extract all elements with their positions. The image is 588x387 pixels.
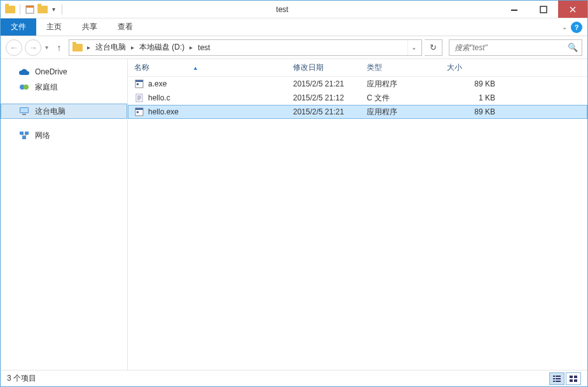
sidebar-item-network[interactable]: 网络 [1, 128, 127, 143]
column-header-label: 名称 [134, 62, 149, 73]
svg-rect-12 [25, 132, 29, 135]
file-size: 1 KB [447, 93, 495, 102]
search-input[interactable] [453, 43, 568, 53]
c-file-icon [134, 93, 144, 103]
file-size: 89 KB [447, 107, 495, 116]
file-row[interactable]: a.exe 2015/2/5 21:21 应用程序 89 KB [128, 77, 587, 91]
svg-rect-36 [574, 379, 577, 382]
refresh-button[interactable]: ↻ [425, 39, 442, 56]
nav-bar: ← → ▾ ↑ ▸ 这台电脑 ▸ 本地磁盘 (D:) ▸ test ⌄ ↻ 🔍 [1, 36, 587, 59]
search-box[interactable]: 🔍 [449, 39, 582, 56]
exe-file-icon [134, 107, 144, 117]
breadcrumb-sep-icon[interactable]: ▸ [186, 44, 196, 51]
svg-rect-32 [556, 381, 561, 382]
svg-line-15 [24, 135, 27, 136]
sidebar-item-label: 家庭组 [35, 82, 58, 93]
window-title: test [65, 5, 500, 14]
column-header-type[interactable]: 类型 [367, 62, 447, 73]
svg-rect-33 [570, 376, 573, 378]
nav-up-button[interactable]: ↑ [52, 41, 66, 55]
breadcrumb-sep-icon[interactable]: ▸ [127, 44, 138, 51]
minimize-button[interactable] [500, 1, 529, 18]
file-row[interactable]: hello.exe 2015/2/5 21:21 应用程序 89 KB [128, 105, 587, 119]
nav-back-button[interactable]: ← [6, 39, 22, 56]
view-details-button[interactable] [549, 372, 564, 385]
sidebar-item-thispc[interactable]: 这台电脑 [1, 104, 127, 119]
window-controls [500, 1, 587, 18]
sidebar-item-label: 这台电脑 [35, 106, 65, 117]
file-list: a.exe 2015/2/5 21:21 应用程序 89 KB hello.c … [128, 77, 587, 119]
qat-dropdown-icon[interactable]: ▾ [50, 6, 58, 13]
nav-forward-button[interactable]: → [25, 39, 41, 56]
file-date: 2015/2/5 21:21 [293, 79, 367, 88]
svg-rect-29 [553, 378, 555, 379]
svg-rect-34 [574, 376, 577, 378]
homegroup-icon [18, 81, 30, 93]
breadcrumb-segment[interactable]: 这台电脑 [94, 42, 127, 53]
file-size: 89 KB [447, 79, 495, 88]
file-type: 应用程序 [367, 107, 447, 118]
svg-rect-27 [553, 376, 555, 377]
address-folder-icon [72, 42, 83, 53]
address-bar[interactable]: ▸ 这台电脑 ▸ 本地磁盘 (D:) ▸ test ⌄ [69, 39, 422, 56]
svg-rect-17 [135, 80, 143, 82]
ribbon-expand-icon[interactable]: ⌄ [562, 24, 567, 31]
sidebar-item-homegroup[interactable]: 家庭组 [1, 79, 127, 95]
ribbon-tab-file[interactable]: 文件 [1, 18, 36, 36]
title-bar: ▾ test [1, 1, 587, 18]
file-name: hello.exe [148, 107, 179, 116]
file-date: 2015/2/5 21:12 [293, 93, 367, 102]
svg-rect-35 [570, 379, 573, 382]
separator [62, 4, 62, 15]
app-folder-icon [4, 4, 16, 15]
body: OneDrive 家庭组 这台电脑 网络 名称 ▴ [1, 59, 587, 370]
computer-icon [18, 105, 30, 117]
svg-rect-1 [26, 6, 34, 8]
svg-rect-28 [556, 376, 561, 377]
explorer-window: ▾ test 文件 主页 共享 查看 ⌄ ? ← → ▾ ↑ ▸ 这台电脑 ▸ [0, 0, 588, 387]
ribbon-tab-view[interactable]: 查看 [107, 18, 143, 36]
maximize-button[interactable] [529, 1, 558, 18]
file-type: 应用程序 [367, 79, 447, 90]
sidebar-item-label: 网络 [35, 130, 50, 141]
file-row[interactable]: hello.c 2015/2/5 21:12 C 文件 1 KB [128, 91, 587, 105]
file-type: C 文件 [367, 93, 447, 104]
address-dropdown-icon[interactable]: ⌄ [407, 40, 419, 55]
sort-indicator-icon: ▴ [194, 64, 197, 71]
file-date: 2015/2/5 21:21 [293, 107, 367, 116]
view-largeicons-button[interactable] [566, 372, 581, 385]
search-icon[interactable]: 🔍 [568, 43, 578, 52]
content-pane: 名称 ▴ 修改日期 类型 大小 a.exe 2015/2/5 21:21 应用程… [128, 59, 587, 370]
svg-rect-30 [556, 378, 561, 379]
separator [20, 4, 20, 15]
svg-rect-19 [136, 94, 142, 102]
svg-rect-25 [135, 108, 143, 110]
svg-rect-26 [137, 111, 139, 113]
quick-access-toolbar: ▾ [1, 4, 65, 15]
breadcrumb-segment[interactable]: 本地磁盘 (D:) [138, 42, 186, 53]
ribbon-tab-home[interactable]: 主页 [36, 18, 72, 36]
nav-recent-dropdown[interactable]: ▾ [44, 44, 50, 51]
sidebar: OneDrive 家庭组 这台电脑 网络 [1, 59, 128, 370]
svg-point-7 [24, 85, 29, 90]
sidebar-item-label: OneDrive [35, 67, 67, 76]
svg-rect-10 [22, 114, 26, 115]
ribbon: 文件 主页 共享 查看 ⌄ ? [1, 18, 587, 36]
svg-rect-13 [22, 136, 26, 139]
sidebar-item-onedrive[interactable]: OneDrive [1, 64, 127, 79]
file-name: a.exe [148, 79, 167, 88]
column-headers: 名称 ▴ 修改日期 类型 大小 [128, 59, 587, 77]
help-icon[interactable]: ? [571, 22, 582, 33]
properties-icon[interactable] [24, 4, 36, 15]
ribbon-tab-share[interactable]: 共享 [72, 18, 107, 36]
status-item-count: 3 个项目 [7, 373, 36, 384]
close-button[interactable] [558, 1, 587, 18]
breadcrumb-sep-icon[interactable]: ▸ [83, 44, 94, 51]
svg-rect-18 [137, 83, 139, 85]
column-header-name[interactable]: 名称 ▴ [134, 62, 293, 73]
breadcrumb-segment[interactable]: test [196, 43, 211, 52]
column-header-size[interactable]: 大小 [447, 62, 504, 73]
column-header-date[interactable]: 修改日期 [293, 62, 367, 73]
network-icon [18, 130, 30, 141]
new-folder-icon[interactable] [37, 4, 48, 15]
